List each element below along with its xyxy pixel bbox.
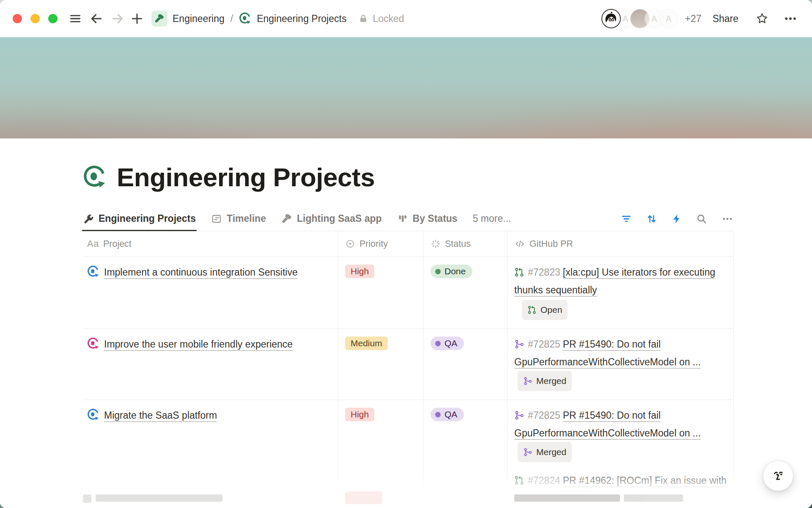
pull-request-merged-icon bbox=[523, 376, 532, 386]
hammer-icon bbox=[154, 14, 165, 24]
avatar-stack[interactable]: A A A bbox=[601, 9, 678, 28]
share-button[interactable]: Share bbox=[713, 13, 738, 25]
lock-icon bbox=[358, 14, 368, 24]
view-options-button[interactable] bbox=[721, 213, 734, 225]
project-link[interactable]: Implement a continuous integration Sensi… bbox=[104, 267, 298, 278]
back-button[interactable] bbox=[89, 11, 104, 26]
pr-number: #72824 bbox=[528, 475, 560, 486]
avatar-overflow-count[interactable]: +27 bbox=[685, 13, 702, 25]
sidebar-toggle-button[interactable] bbox=[68, 11, 83, 26]
pr-state-badge[interactable]: Merged bbox=[518, 442, 572, 462]
column-label: Project bbox=[103, 239, 132, 249]
topbar-right: A A A +27 Share bbox=[601, 9, 798, 28]
column-header-priority[interactable]: Priority bbox=[338, 231, 424, 257]
filter-icon bbox=[620, 213, 632, 225]
minimize-window-button[interactable] bbox=[30, 14, 40, 23]
top-bar: Engineering / Engineering Projects Locke… bbox=[0, 0, 812, 37]
page-title-row: Engineering Projects bbox=[83, 162, 734, 192]
table-row: Implement a continuous integration Sensi… bbox=[83, 257, 734, 329]
page-cycle-icon bbox=[83, 165, 107, 190]
breadcrumb-page[interactable]: Engineering Projects bbox=[257, 11, 346, 26]
tab-by-status[interactable]: By Status bbox=[397, 207, 458, 231]
tab-timeline[interactable]: Timeline bbox=[211, 207, 266, 231]
notion-ai-button[interactable] bbox=[763, 461, 793, 491]
page-title[interactable]: Engineering Projects bbox=[117, 162, 375, 192]
zoom-window-button[interactable] bbox=[48, 14, 58, 23]
pr-state-line: Open bbox=[522, 300, 733, 321]
search-icon bbox=[696, 213, 708, 225]
breadcrumb-page-label: Engineering Projects bbox=[257, 13, 346, 25]
avatar[interactable]: A bbox=[659, 9, 678, 28]
pull-request-merged-icon bbox=[514, 410, 524, 420]
pr-number: #72823 bbox=[528, 267, 560, 278]
wrench-icon bbox=[83, 213, 94, 224]
text-type-icon: Aa bbox=[87, 238, 99, 249]
table-row: Improve the user mobile friendly experie… bbox=[83, 329, 734, 400]
avatar-initial: A bbox=[665, 14, 672, 24]
avatar[interactable] bbox=[601, 9, 621, 28]
column-header-github-pr[interactable]: GitHub PR bbox=[508, 231, 734, 257]
project-cycle-icon bbox=[87, 337, 100, 350]
github-pr-cell: #72823[xla:cpu] Use iterators for execut… bbox=[508, 257, 734, 329]
project-link[interactable]: Improve the user mobile friendly experie… bbox=[104, 339, 293, 350]
status-dot bbox=[435, 412, 441, 417]
forward-button[interactable] bbox=[110, 11, 125, 26]
priority-tag[interactable]: High bbox=[345, 265, 374, 278]
pr-entry: #72823[xla:cpu] Use iterators for execut… bbox=[514, 263, 733, 321]
sort-arrows-icon bbox=[646, 213, 658, 225]
forward-arrow-icon bbox=[110, 11, 125, 26]
priority-cell: Medium bbox=[338, 329, 424, 400]
more-views-button[interactable]: 5 more... bbox=[473, 207, 511, 231]
priority-tag[interactable]: High bbox=[345, 408, 374, 421]
project-link[interactable]: Migrate the SaaS platform bbox=[104, 410, 217, 421]
close-window-button[interactable] bbox=[13, 14, 22, 23]
column-label: Priority bbox=[359, 239, 388, 249]
column-header-status[interactable]: Status bbox=[424, 231, 508, 257]
automations-button[interactable] bbox=[671, 213, 682, 224]
pull-request-open-icon bbox=[527, 305, 537, 315]
sort-button[interactable] bbox=[646, 213, 658, 225]
locked-toggle[interactable]: Locked bbox=[358, 13, 404, 25]
status-tag[interactable]: QA bbox=[431, 408, 464, 421]
pr-state-label: Open bbox=[540, 301, 562, 319]
project-cell: Implement a continuous integration Sensi… bbox=[83, 257, 338, 329]
star-icon bbox=[755, 12, 769, 25]
tab-engineering-projects[interactable]: Engineering Projects bbox=[83, 207, 196, 231]
breadcrumb-workspace[interactable]: Engineering bbox=[173, 11, 225, 26]
breadcrumb-workspace-label: Engineering bbox=[173, 13, 225, 25]
code-type-icon bbox=[514, 238, 525, 249]
pr-state-badge[interactable]: Merged bbox=[518, 371, 572, 391]
priority-tag[interactable]: Medium bbox=[345, 337, 388, 350]
ai-face-icon bbox=[770, 468, 786, 484]
status-tag[interactable]: QA bbox=[431, 337, 464, 350]
more-options-button[interactable] bbox=[783, 11, 798, 26]
status-label: Done bbox=[444, 266, 466, 276]
tab-label: By Status bbox=[413, 213, 458, 224]
new-page-button[interactable] bbox=[129, 11, 145, 26]
pr-number: #72825 bbox=[528, 339, 560, 350]
avatar-initial: A bbox=[651, 14, 657, 24]
priority-cell: High bbox=[338, 257, 424, 329]
pr-entry: #72825PR #15490: Do not fail GpuPerforma… bbox=[514, 406, 733, 463]
favorite-button[interactable] bbox=[755, 12, 769, 25]
github-pr-cell: #72825PR #15490: Do not fail GpuPerforma… bbox=[508, 329, 734, 400]
select-type-icon bbox=[345, 239, 355, 249]
filter-button[interactable] bbox=[620, 213, 632, 225]
tab-lighting-saas-app[interactable]: Lighting SaaS app bbox=[281, 207, 382, 231]
table-header-row: Aa Project Priority Status GitHub PR bbox=[83, 231, 734, 257]
page-cover-image bbox=[0, 37, 812, 138]
window-controls bbox=[13, 14, 58, 23]
workspace-hammer-chip[interactable] bbox=[151, 11, 167, 27]
column-header-project[interactable]: Aa Project bbox=[83, 231, 338, 257]
pr-number: #72825 bbox=[528, 410, 560, 421]
column-label: GitHub PR bbox=[529, 239, 573, 249]
status-tag[interactable]: Done bbox=[431, 265, 472, 278]
page-content: Engineering Projects Engineering Project… bbox=[83, 162, 734, 508]
search-button[interactable] bbox=[696, 213, 708, 225]
ellipsis-icon bbox=[783, 11, 798, 26]
database-table: Aa Project Priority Status GitHub PR bbox=[83, 231, 734, 508]
pr-state-badge[interactable]: Open bbox=[522, 300, 568, 320]
status-dot bbox=[435, 341, 441, 346]
lightning-icon bbox=[671, 213, 682, 224]
project-cycle-icon bbox=[87, 409, 100, 421]
